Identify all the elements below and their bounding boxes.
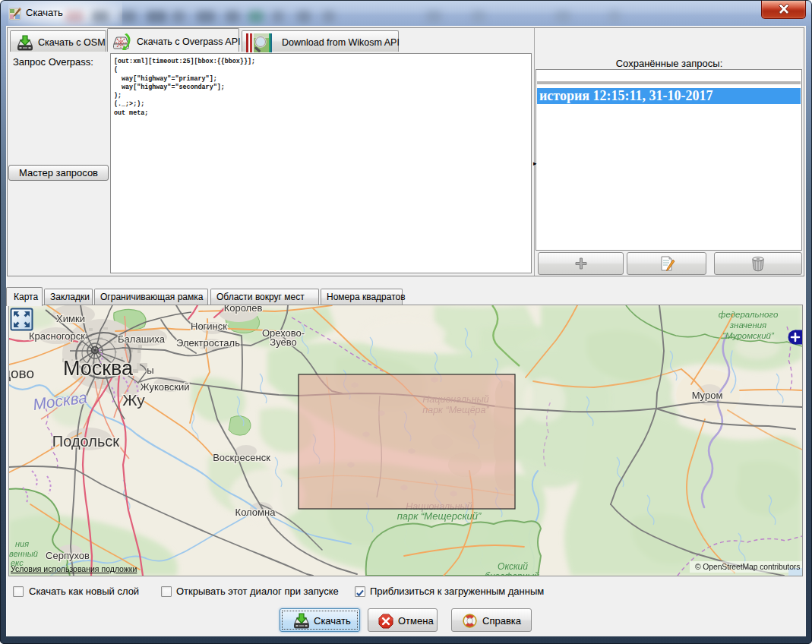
svg-text:“Муромский”: “Муромский”: [722, 331, 775, 340]
svg-text:ния: ния: [15, 539, 29, 548]
svg-text:Жу: Жу: [122, 391, 145, 409]
svg-text:Электросталь: Электросталь: [176, 337, 240, 349]
svg-text:Красногорск: Красногорск: [29, 330, 85, 342]
svg-text:парк “Мещерский”: парк “Мещерский”: [397, 510, 482, 522]
svg-text:дово: дово: [9, 365, 34, 381]
svg-text:Королев: Королев: [224, 305, 263, 314]
svg-text:Жуковский: Жуковский: [141, 381, 190, 393]
svg-text:Серпухов: Серпухов: [46, 550, 90, 561]
svg-text:биосферный: биосферный: [485, 571, 539, 576]
svg-text:© OpenStreetMap contributors: © OpenStreetMap contributors: [695, 563, 800, 571]
svg-text:Воскресенск: Воскресенск: [213, 452, 270, 463]
svg-text:значения: значения: [729, 320, 767, 330]
svg-text:Подольск: Подольск: [52, 433, 120, 450]
svg-text:Ногинск: Ногинск: [191, 320, 227, 332]
svg-text:Муром: Муром: [692, 390, 723, 401]
svg-text:Москва: Москва: [63, 357, 134, 380]
svg-text:Окский: Окский: [498, 561, 528, 572]
svg-text:Коломна: Коломна: [235, 507, 276, 518]
svg-text:ы: ы: [147, 365, 153, 376]
svg-text:Условия использования подложки: Условия использования подложки: [11, 564, 137, 573]
svg-text:Зуево: Зуево: [270, 336, 296, 348]
svg-text:Химки: Химки: [56, 313, 85, 324]
svg-text:федерального: федерального: [719, 310, 779, 319]
svg-text:венный: венный: [9, 549, 38, 558]
svg-text:Балашиха: Балашиха: [118, 333, 166, 345]
